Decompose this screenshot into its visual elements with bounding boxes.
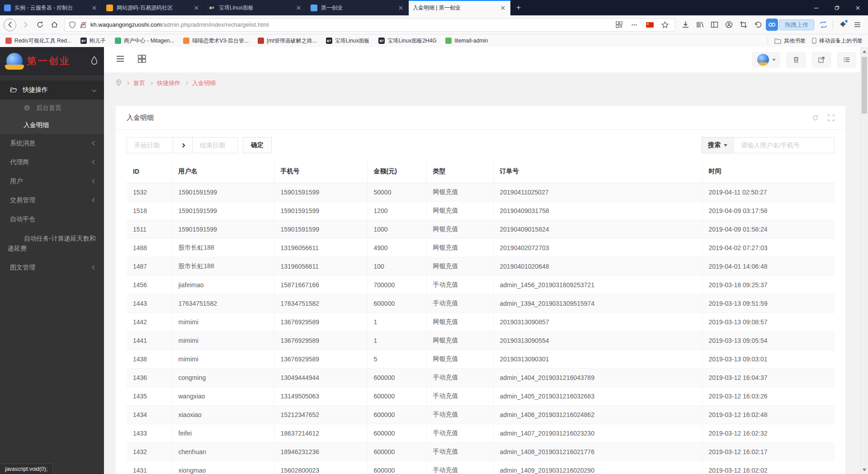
sidebar-item-link[interactable]: 交易管理 bbox=[0, 191, 104, 210]
start-date-input[interactable] bbox=[127, 137, 173, 153]
new-tab-button[interactable]: + bbox=[511, 0, 526, 15]
browser-tab[interactable]: BT宝塔Linux面板 bbox=[204, 0, 307, 15]
breadcrumb-link[interactable]: 首页 bbox=[133, 79, 145, 87]
tab-close-icon[interactable] bbox=[90, 4, 98, 11]
downloads-icon[interactable] bbox=[678, 18, 693, 32]
back-button[interactable] bbox=[4, 19, 16, 31]
table-cell: chenhuan bbox=[172, 442, 274, 461]
cloud-icon bbox=[311, 5, 317, 11]
mobile-bookmarks-button[interactable]: 移动设备上的书签 bbox=[812, 37, 863, 45]
breadcrumb-link[interactable]: 快捷操作 bbox=[157, 79, 180, 87]
bookmark-item[interactable]: 商户中心 - Mitagen... bbox=[115, 37, 174, 45]
bookmark-favicon-icon bbox=[183, 38, 189, 44]
sidebar-item-link[interactable]: 自动任务-计算递延天数和递延费 bbox=[0, 229, 104, 258]
undo-history-icon[interactable] bbox=[750, 18, 765, 32]
tab-close-icon[interactable] bbox=[397, 4, 404, 11]
table-cell: 1200 bbox=[367, 201, 426, 220]
other-bookmarks-button[interactable]: 其他书签 bbox=[774, 37, 806, 45]
qr-code-icon[interactable] bbox=[613, 19, 625, 31]
right-arrow-icon bbox=[180, 143, 185, 147]
scroll-up-arrow[interactable] bbox=[861, 47, 868, 55]
home-icon bbox=[24, 104, 31, 112]
library-icon[interactable] bbox=[693, 18, 707, 32]
browser-tab[interactable]: 入金明细 | 第一创业 bbox=[409, 0, 511, 15]
tab-close-icon[interactable] bbox=[193, 4, 200, 11]
scroll-down-arrow[interactable] bbox=[861, 466, 868, 474]
brand-logo[interactable]: 第一创业 bbox=[0, 47, 104, 75]
user-avatar-button[interactable] bbox=[752, 52, 780, 67]
bookmark-item[interactable]: BT宝塔Linux面板 bbox=[326, 37, 370, 45]
sidebar-item-label: 系统消息 bbox=[10, 139, 35, 147]
sidebar-item-link[interactable]: 代理商 bbox=[0, 153, 104, 172]
sidebar-item-link[interactable]: 后台首页 bbox=[0, 100, 104, 117]
minimize-button[interactable] bbox=[806, 0, 826, 15]
tab-close-icon[interactable] bbox=[295, 4, 302, 11]
droplet-icon[interactable] bbox=[91, 56, 98, 66]
menu-hamburger-icon[interactable] bbox=[850, 18, 864, 32]
sidebar-toggle-icon[interactable] bbox=[707, 18, 722, 32]
bookmark-item[interactable]: [mt管理器破解之路... bbox=[258, 37, 317, 45]
bookmark-favicon-icon bbox=[445, 38, 452, 44]
browser-tab[interactable]: 网站源码-百易源码社区 bbox=[102, 0, 204, 15]
log-list-button[interactable] bbox=[837, 52, 856, 67]
browser-tab[interactable]: 实例 - 云服务器 - 控制台 bbox=[0, 0, 102, 15]
account-icon[interactable] bbox=[722, 18, 736, 32]
scrollbar-thumb[interactable] bbox=[862, 57, 867, 114]
fullscreen-icon[interactable] bbox=[828, 114, 835, 121]
url-text[interactable]: kh.waquangongzuoshi.com/admin.php/admin/… bbox=[90, 21, 609, 28]
bookmark-item[interactable]: Redis可视化工具 Red... bbox=[5, 37, 71, 45]
table-cell: 网银充值 bbox=[426, 220, 493, 238]
apps-grid-icon[interactable] bbox=[137, 54, 146, 65]
sidebar-item-link[interactable]: 图文管理 bbox=[0, 258, 104, 277]
address-bar[interactable]: kh.waquangongzuoshi.com/admin.php/admin/… bbox=[64, 18, 675, 32]
window-controls bbox=[806, 0, 868, 15]
search-dropdown-button[interactable]: 搜索 bbox=[702, 137, 733, 153]
shield-icon[interactable] bbox=[69, 21, 76, 28]
sync-icon[interactable] bbox=[816, 18, 830, 32]
cloud-server-icon bbox=[4, 5, 11, 11]
close-window-button[interactable] bbox=[847, 0, 868, 15]
page-scrollbar[interactable] bbox=[860, 47, 868, 474]
confirm-button[interactable]: 确定 bbox=[243, 137, 272, 153]
bookmark-item[interactable]: BT刚儿子 bbox=[80, 37, 106, 45]
table-cell: admin_1404_2019031216043789 bbox=[493, 368, 702, 387]
bookmark-star-icon[interactable] bbox=[659, 19, 671, 31]
translate-flag-icon[interactable] bbox=[644, 19, 656, 31]
tab-close-icon[interactable] bbox=[499, 4, 506, 11]
table-cell: admin_1456_2019031809253721 bbox=[493, 275, 702, 294]
table-cell: 1431 bbox=[127, 461, 172, 474]
sidebar-item-label: 交易管理 bbox=[10, 196, 35, 204]
bookmark-item[interactable]: BT宝塔Linux面板2H4G bbox=[378, 37, 436, 45]
sidebar-item-link[interactable]: 自动平仓 bbox=[0, 210, 104, 229]
restore-button[interactable] bbox=[826, 0, 847, 15]
browser-window: 实例 - 云服务器 - 控制台网站源码-百易源码社区BT宝塔Linux面板第一创… bbox=[0, 0, 868, 474]
bookmark-item[interactable]: 喵喵恋爱术V3-后台管... bbox=[183, 37, 249, 45]
table-cell: congming bbox=[172, 368, 274, 387]
date-range-arrow-button[interactable] bbox=[173, 137, 193, 153]
open-site-button[interactable] bbox=[812, 52, 831, 67]
extensions-icon[interactable] bbox=[835, 18, 850, 32]
refresh-icon[interactable] bbox=[812, 114, 819, 121]
page-actions-icon[interactable] bbox=[628, 19, 640, 31]
collapse-menu-icon[interactable] bbox=[116, 54, 125, 65]
bookmark-item[interactable]: litemall-admin bbox=[445, 38, 488, 44]
search-input[interactable] bbox=[733, 137, 835, 153]
end-date-input[interactable] bbox=[193, 137, 238, 153]
bookmarks-separator bbox=[768, 37, 768, 44]
home-button[interactable] bbox=[47, 18, 61, 32]
clear-cache-button[interactable] bbox=[787, 52, 806, 67]
sidebar-item-link[interactable]: 系统消息 bbox=[0, 134, 104, 153]
insecure-lock-icon[interactable] bbox=[80, 21, 87, 28]
table-cell: 1 bbox=[367, 313, 426, 331]
sidebar-item-link[interactable]: 快捷操作 bbox=[0, 81, 104, 100]
sidebar-item-active[interactable]: 入金明细 bbox=[0, 117, 104, 134]
breadcrumb-link[interactable]: 入金明细 bbox=[192, 79, 216, 87]
table-row: 1431xiongmao15602800023600000手动充值admin_1… bbox=[127, 461, 835, 474]
browser-tab[interactable]: 第一创业 bbox=[307, 0, 409, 15]
netdisk-upload-badge[interactable] bbox=[766, 19, 778, 31]
reload-button[interactable] bbox=[33, 18, 47, 32]
column-header: 用户名 bbox=[172, 161, 274, 183]
forward-button[interactable] bbox=[18, 18, 33, 32]
sidebar-item-link[interactable]: 用户 bbox=[0, 172, 104, 191]
screenshot-icon[interactable] bbox=[736, 18, 750, 32]
